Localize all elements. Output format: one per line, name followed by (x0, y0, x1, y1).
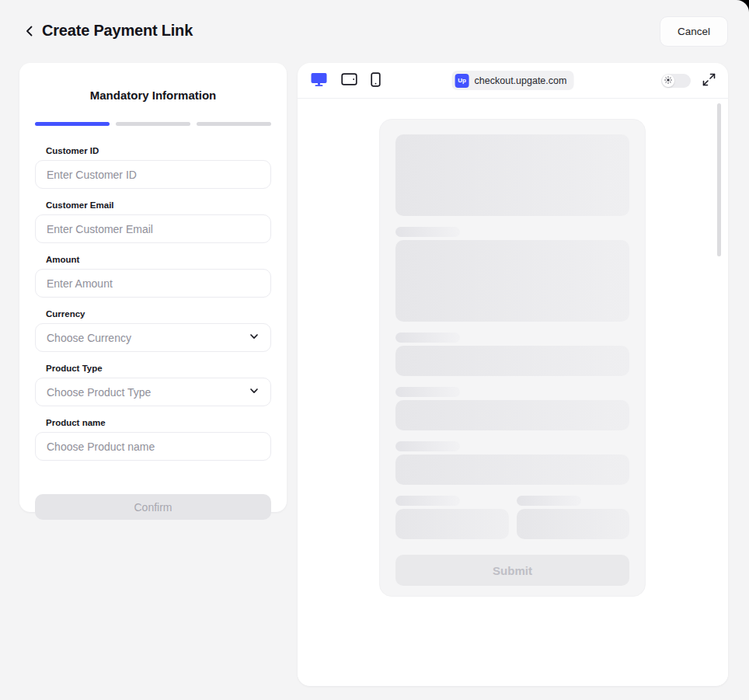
back-button[interactable] (20, 23, 39, 41)
customer-email-label: Customer Email (46, 200, 271, 210)
theme-toggle-knob (662, 75, 674, 87)
skeleton-column (517, 496, 630, 539)
chevron-down-icon (249, 331, 260, 344)
amount-input[interactable] (35, 269, 271, 298)
page-title: Create Payment Link (42, 22, 193, 40)
tablet-icon (341, 73, 357, 88)
preview-scrollbar[interactable] (717, 103, 721, 256)
progress-step-2 (116, 122, 190, 126)
skeleton-label (517, 496, 581, 506)
skeleton-column (395, 496, 509, 539)
mandatory-information-card: Mandatory Information Customer ID Custom… (19, 63, 287, 512)
skeleton-label (395, 441, 460, 451)
skeleton-label (395, 333, 460, 343)
product-type-select[interactable]: Choose Product Type (35, 378, 271, 406)
currency-label: Currency (46, 309, 271, 319)
device-switcher (310, 71, 381, 89)
product-name-input[interactable] (35, 432, 271, 461)
field-product-type: Product Type Choose Product Type (35, 364, 271, 406)
form-title: Mandatory Information (35, 89, 271, 102)
skeleton-field (517, 509, 630, 539)
preview-submit-button[interactable]: Submit (395, 555, 629, 586)
confirm-button[interactable]: Confirm (35, 494, 271, 520)
mobile-device-button[interactable] (371, 72, 381, 89)
skeleton-label (395, 387, 460, 397)
progress-step-1 (35, 122, 110, 126)
checkout-preview-card: Submit (379, 119, 646, 597)
preview-url-bar: Up checkout.upgate.com (452, 71, 574, 90)
skeleton-label (395, 227, 460, 237)
progress-step-3 (197, 122, 271, 126)
create-payment-link-page: Create Payment Link Cancel Mandatory Inf… (0, 0, 749, 700)
expand-icon (702, 73, 716, 89)
customer-id-input[interactable] (35, 160, 271, 189)
skeleton-block (395, 134, 629, 216)
product-type-label: Product Type (46, 364, 271, 373)
currency-select-value: Choose Currency (47, 332, 131, 344)
skeleton-two-columns (395, 496, 629, 539)
desktop-icon (310, 71, 328, 89)
skeleton-field (395, 346, 629, 376)
field-customer-email: Customer Email (35, 200, 271, 243)
field-product-name: Product name (35, 418, 271, 461)
preview-body: Submit (298, 99, 728, 685)
customer-email-input[interactable] (35, 214, 271, 243)
skeleton-label (395, 496, 460, 506)
preview-toolbar-right (661, 73, 716, 89)
skeleton-block (395, 240, 629, 322)
skeleton-field (395, 454, 629, 485)
field-amount: Amount (35, 255, 271, 298)
field-currency: Currency Choose Currency (35, 309, 271, 352)
checkout-preview-panel: Up checkout.upgate.com (298, 63, 728, 686)
field-customer-id: Customer ID (35, 146, 271, 189)
skeleton-field (395, 400, 629, 430)
cancel-button[interactable]: Cancel (660, 16, 728, 47)
tablet-device-button[interactable] (341, 73, 357, 88)
sun-icon (664, 75, 672, 86)
currency-select[interactable]: Choose Currency (35, 323, 271, 352)
header: Create Payment Link Cancel (0, 0, 749, 63)
fullscreen-expand-button[interactable] (702, 73, 716, 89)
product-type-select-value: Choose Product Type (47, 386, 151, 399)
preview-toolbar: Up checkout.upgate.com (298, 63, 728, 99)
upgate-logo-badge: Up (455, 74, 469, 88)
skeleton-field (395, 509, 509, 539)
customer-id-label: Customer ID (46, 146, 271, 155)
chevron-down-icon (249, 385, 260, 399)
step-progress-bar (35, 122, 271, 126)
desktop-device-button[interactable] (310, 71, 328, 89)
theme-toggle[interactable] (661, 74, 691, 88)
mobile-icon (371, 72, 381, 89)
amount-label: Amount (46, 255, 271, 264)
chevron-left-icon (23, 25, 36, 40)
product-name-label: Product name (46, 418, 271, 427)
preview-url: checkout.upgate.com (475, 75, 567, 86)
